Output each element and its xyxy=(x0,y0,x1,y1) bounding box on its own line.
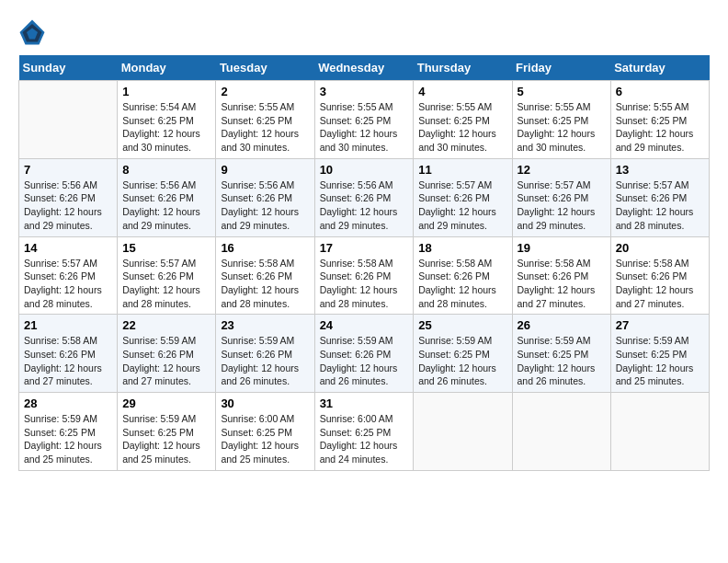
calendar-cell: 29Sunrise: 5:59 AM Sunset: 6:25 PM Dayli… xyxy=(118,393,216,471)
calendar-cell: 15Sunrise: 5:57 AM Sunset: 6:26 PM Dayli… xyxy=(118,236,216,315)
calendar-cell: 1Sunrise: 5:54 AM Sunset: 6:25 PM Daylig… xyxy=(118,81,216,159)
calendar-cell: 2Sunrise: 5:55 AM Sunset: 6:25 PM Daylig… xyxy=(216,81,314,159)
calendar-cell: 4Sunrise: 5:55 AM Sunset: 6:25 PM Daylig… xyxy=(414,81,512,159)
calendar-cell: 20Sunrise: 5:58 AM Sunset: 6:26 PM Dayli… xyxy=(610,236,709,315)
day-info: Sunrise: 5:56 AM Sunset: 6:26 PM Dayligh… xyxy=(24,178,112,233)
day-info: Sunrise: 5:59 AM Sunset: 6:26 PM Dayligh… xyxy=(320,334,409,388)
day-number: 13 xyxy=(616,163,704,177)
calendar-cell: 27Sunrise: 5:59 AM Sunset: 6:25 PM Dayli… xyxy=(610,315,709,393)
calendar-cell xyxy=(19,81,118,159)
day-number: 15 xyxy=(122,241,210,255)
day-info: Sunrise: 5:55 AM Sunset: 6:25 PM Dayligh… xyxy=(616,100,704,155)
calendar-cell: 5Sunrise: 5:55 AM Sunset: 6:25 PM Daylig… xyxy=(512,81,610,159)
day-number: 20 xyxy=(616,241,704,255)
calendar-week-row: 14Sunrise: 5:57 AM Sunset: 6:26 PM Dayli… xyxy=(19,236,710,315)
day-number: 17 xyxy=(320,241,409,255)
day-number: 5 xyxy=(518,85,606,98)
day-info: Sunrise: 5:56 AM Sunset: 6:26 PM Dayligh… xyxy=(221,178,309,233)
calendar-week-row: 21Sunrise: 5:58 AM Sunset: 6:26 PM Dayli… xyxy=(19,315,710,393)
day-number: 26 xyxy=(518,318,606,332)
day-number: 22 xyxy=(122,318,210,332)
calendar-cell: 9Sunrise: 5:56 AM Sunset: 6:26 PM Daylig… xyxy=(216,158,314,236)
day-number: 29 xyxy=(122,396,210,410)
calendar-cell: 21Sunrise: 5:58 AM Sunset: 6:26 PM Dayli… xyxy=(19,315,118,393)
day-number: 9 xyxy=(221,163,309,177)
day-number: 1 xyxy=(122,85,210,98)
weekday-header-friday: Friday xyxy=(512,55,610,81)
day-info: Sunrise: 5:55 AM Sunset: 6:25 PM Dayligh… xyxy=(221,100,309,155)
calendar-cell: 16Sunrise: 5:58 AM Sunset: 6:26 PM Dayli… xyxy=(216,236,314,315)
day-info: Sunrise: 5:59 AM Sunset: 6:25 PM Dayligh… xyxy=(418,334,506,388)
day-number: 10 xyxy=(320,163,409,177)
day-number: 4 xyxy=(418,85,506,98)
day-number: 24 xyxy=(320,318,409,332)
calendar-cell: 7Sunrise: 5:56 AM Sunset: 6:26 PM Daylig… xyxy=(19,158,118,236)
calendar-cell: 8Sunrise: 5:56 AM Sunset: 6:26 PM Daylig… xyxy=(118,158,216,236)
day-info: Sunrise: 5:56 AM Sunset: 6:26 PM Dayligh… xyxy=(320,178,409,233)
calendar-cell: 3Sunrise: 5:55 AM Sunset: 6:25 PM Daylig… xyxy=(314,81,414,159)
calendar-cell: 30Sunrise: 6:00 AM Sunset: 6:25 PM Dayli… xyxy=(216,393,314,471)
day-info: Sunrise: 5:58 AM Sunset: 6:26 PM Dayligh… xyxy=(221,257,309,311)
weekday-header-sunday: Sunday xyxy=(19,55,118,81)
day-info: Sunrise: 5:57 AM Sunset: 6:26 PM Dayligh… xyxy=(518,178,606,233)
day-info: Sunrise: 5:59 AM Sunset: 6:26 PM Dayligh… xyxy=(122,334,210,388)
day-info: Sunrise: 5:55 AM Sunset: 6:25 PM Dayligh… xyxy=(418,100,506,155)
calendar-cell xyxy=(512,393,610,471)
day-info: Sunrise: 5:59 AM Sunset: 6:25 PM Dayligh… xyxy=(24,412,112,466)
day-info: Sunrise: 5:57 AM Sunset: 6:26 PM Dayligh… xyxy=(616,178,704,233)
day-info: Sunrise: 5:58 AM Sunset: 6:26 PM Dayligh… xyxy=(24,334,112,388)
calendar-table: SundayMondayTuesdayWednesdayThursdayFrid… xyxy=(18,55,710,471)
calendar-cell: 11Sunrise: 5:57 AM Sunset: 6:26 PM Dayli… xyxy=(414,158,512,236)
calendar-cell: 25Sunrise: 5:59 AM Sunset: 6:25 PM Dayli… xyxy=(414,315,512,393)
day-number: 25 xyxy=(418,318,506,332)
day-info: Sunrise: 5:59 AM Sunset: 6:25 PM Dayligh… xyxy=(518,334,606,388)
day-info: Sunrise: 5:58 AM Sunset: 6:26 PM Dayligh… xyxy=(518,257,606,311)
day-info: Sunrise: 5:58 AM Sunset: 6:26 PM Dayligh… xyxy=(418,257,506,311)
calendar-cell: 26Sunrise: 5:59 AM Sunset: 6:25 PM Dayli… xyxy=(512,315,610,393)
day-number: 2 xyxy=(221,85,309,98)
day-info: Sunrise: 6:00 AM Sunset: 6:25 PM Dayligh… xyxy=(320,412,409,466)
calendar-cell: 12Sunrise: 5:57 AM Sunset: 6:26 PM Dayli… xyxy=(512,158,610,236)
day-info: Sunrise: 5:57 AM Sunset: 6:26 PM Dayligh… xyxy=(122,257,210,311)
day-number: 27 xyxy=(616,318,704,332)
weekday-header-tuesday: Tuesday xyxy=(216,55,314,81)
calendar-cell: 13Sunrise: 5:57 AM Sunset: 6:26 PM Dayli… xyxy=(610,158,709,236)
calendar-cell: 22Sunrise: 5:59 AM Sunset: 6:26 PM Dayli… xyxy=(118,315,216,393)
day-info: Sunrise: 5:59 AM Sunset: 6:25 PM Dayligh… xyxy=(616,334,704,388)
day-info: Sunrise: 5:57 AM Sunset: 6:26 PM Dayligh… xyxy=(24,257,112,311)
calendar-cell: 18Sunrise: 5:58 AM Sunset: 6:26 PM Dayli… xyxy=(414,236,512,315)
calendar-cell: 19Sunrise: 5:58 AM Sunset: 6:26 PM Dayli… xyxy=(512,236,610,315)
calendar-cell: 14Sunrise: 5:57 AM Sunset: 6:26 PM Dayli… xyxy=(19,236,118,315)
calendar-cell: 10Sunrise: 5:56 AM Sunset: 6:26 PM Dayli… xyxy=(314,158,414,236)
calendar-cell: 28Sunrise: 5:59 AM Sunset: 6:25 PM Dayli… xyxy=(19,393,118,471)
day-info: Sunrise: 5:56 AM Sunset: 6:26 PM Dayligh… xyxy=(122,178,210,233)
day-number: 30 xyxy=(221,396,309,410)
day-number: 16 xyxy=(221,241,309,255)
weekday-header-thursday: Thursday xyxy=(414,55,512,81)
day-number: 28 xyxy=(24,396,112,410)
day-info: Sunrise: 5:59 AM Sunset: 6:25 PM Dayligh… xyxy=(122,412,210,466)
day-info: Sunrise: 5:58 AM Sunset: 6:26 PM Dayligh… xyxy=(616,257,704,311)
calendar-week-row: 7Sunrise: 5:56 AM Sunset: 6:26 PM Daylig… xyxy=(19,158,710,236)
weekday-header-monday: Monday xyxy=(118,55,216,81)
calendar-cell xyxy=(414,393,512,471)
calendar-cell: 6Sunrise: 5:55 AM Sunset: 6:25 PM Daylig… xyxy=(610,81,709,159)
weekday-header-saturday: Saturday xyxy=(610,55,709,81)
day-number: 7 xyxy=(24,163,112,177)
day-info: Sunrise: 5:57 AM Sunset: 6:26 PM Dayligh… xyxy=(418,178,506,233)
day-number: 21 xyxy=(24,318,112,332)
day-number: 14 xyxy=(24,241,112,255)
day-info: Sunrise: 5:55 AM Sunset: 6:25 PM Dayligh… xyxy=(518,100,606,155)
logo-icon xyxy=(18,18,46,46)
day-info: Sunrise: 5:59 AM Sunset: 6:26 PM Dayligh… xyxy=(221,334,309,388)
calendar-week-row: 1Sunrise: 5:54 AM Sunset: 6:25 PM Daylig… xyxy=(19,81,710,159)
day-number: 12 xyxy=(518,163,606,177)
day-number: 6 xyxy=(616,85,704,98)
day-number: 11 xyxy=(418,163,506,177)
page-header xyxy=(18,18,710,46)
day-number: 18 xyxy=(418,241,506,255)
calendar-cell: 31Sunrise: 6:00 AM Sunset: 6:25 PM Dayli… xyxy=(314,393,414,471)
weekday-header-wednesday: Wednesday xyxy=(314,55,414,81)
weekday-header-row: SundayMondayTuesdayWednesdayThursdayFrid… xyxy=(19,55,710,81)
logo xyxy=(18,18,50,46)
